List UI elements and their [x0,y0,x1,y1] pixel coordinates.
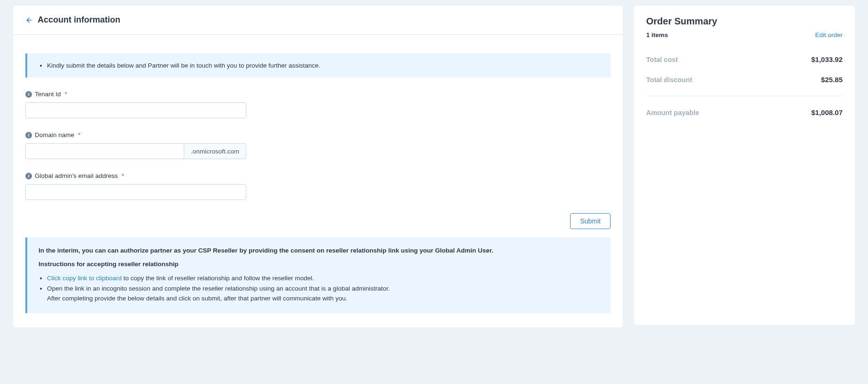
info-icon[interactable]: i [25,132,32,138]
info-icon[interactable]: i [25,173,32,179]
admin-email-label: Global admin's email address [35,172,118,179]
instruction-step-2: Open the link in an incognito session an… [47,284,599,304]
required-mark: * [65,91,67,98]
instruction-step-1: Click copy link to clipboard to copy the… [47,273,599,284]
account-info-panel: Account information Kindly submit the de… [13,6,623,327]
order-summary-panel: Order Summary 1 items Edit order Total c… [634,6,855,325]
total-cost-value: $1,033.92 [811,55,843,63]
copy-link-to-clipboard[interactable]: Click copy link to clipboard [47,275,122,282]
instruction-step-1-rest: to copy the link of reseller relationshi… [122,275,314,282]
panel-body: Kindly submit the details below and Part… [13,35,623,327]
items-count: 1 items [646,31,668,38]
instructions-box: In the interim, you can can authorize pa… [25,238,610,313]
required-mark: * [122,172,124,179]
admin-email-group: i Global admin's email address * [25,172,610,200]
info-banner: Kindly submit the details below and Part… [25,54,610,77]
edit-order-link[interactable]: Edit order [815,31,843,38]
order-summary-title: Order Summary [646,16,843,27]
info-icon[interactable]: i [25,91,32,98]
amount-payable-label: Amount payable [646,109,699,116]
amount-payable-value: $1,008.07 [811,108,843,116]
domain-name-label: Domain name [35,131,74,138]
instructions-intro: In the interim, you can can authorize pa… [39,247,599,254]
summary-divider [646,96,843,96]
instruction-step-2a: Open the link in an incognito session an… [47,285,390,292]
panel-header: Account information [13,6,623,35]
back-arrow-icon[interactable] [25,16,33,24]
total-cost-label: Total cost [646,56,678,63]
submit-button[interactable]: Submit [570,213,610,229]
tenant-id-input[interactable] [25,102,246,118]
tenant-id-label: Tenant Id [35,91,61,98]
total-discount-value: $25.85 [821,76,843,84]
instructions-subheader: Instructions for accepting reseller rela… [39,261,599,268]
total-discount-label: Total discount [646,76,692,84]
required-mark: * [78,131,80,138]
admin-email-input[interactable] [25,184,246,200]
page-title: Account information [38,15,120,25]
banner-text: Kindly submit the details below and Part… [47,62,599,69]
instruction-step-2b: After completing provide the below detai… [47,295,347,302]
domain-suffix: .onmicrosoft.com [184,143,246,159]
tenant-id-group: i Tenant Id * [25,91,610,118]
domain-name-group: i Domain name* .onmicrosoft.com [25,131,610,159]
domain-name-input[interactable] [25,143,184,159]
